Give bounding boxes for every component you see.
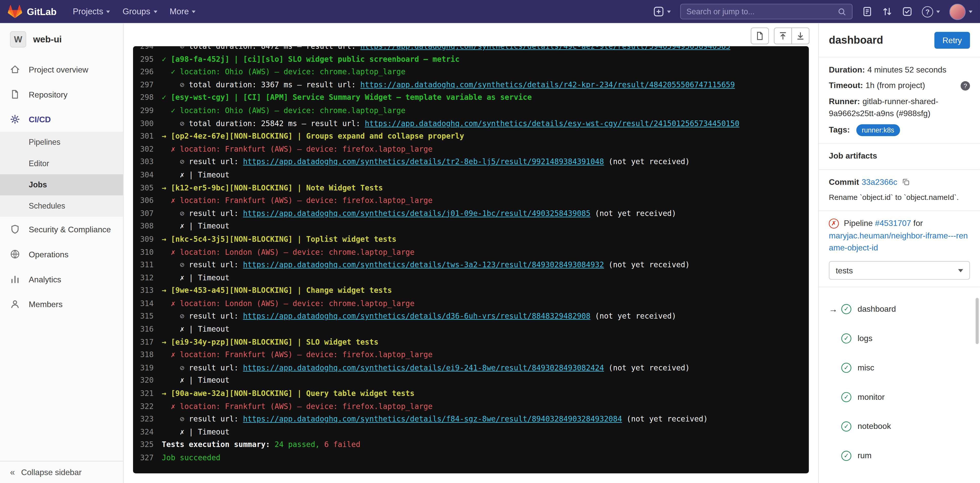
- log-line-number[interactable]: 300: [133, 117, 162, 130]
- show-raw-button[interactable]: [751, 27, 769, 44]
- log-segment: ⊘: [162, 209, 185, 218]
- scrollbar-thumb[interactable]: [976, 298, 979, 344]
- sidebar-item-ci-cd[interactable]: CI/CD: [0, 107, 123, 132]
- collapse-sidebar-button[interactable]: « Collapse sidebar: [0, 461, 123, 483]
- merge-requests-icon[interactable]: [882, 6, 892, 17]
- job-item-notebook[interactable]: ✓notebook: [829, 412, 970, 441]
- sidebar-item-schedules[interactable]: Schedules: [0, 195, 123, 217]
- retry-button[interactable]: Retry: [934, 32, 970, 49]
- log-line-number[interactable]: 294: [133, 46, 162, 53]
- sidebar-item-pipelines[interactable]: Pipelines: [0, 132, 123, 153]
- sidebar-item-label: Members: [29, 299, 63, 309]
- tag-badge[interactable]: runner:k8s: [856, 124, 900, 136]
- log-line-number[interactable]: 312: [133, 272, 162, 284]
- log-line-number[interactable]: 315: [133, 310, 162, 323]
- log-result-url-link[interactable]: https://app.datadoghq.com/synthetics/det…: [243, 312, 590, 321]
- log-segment: ✓ [a98-fa-452j] | [ci][slo] SLO widget p…: [162, 55, 460, 63]
- log-line-number[interactable]: 305: [133, 181, 162, 194]
- pipeline-id-link[interactable]: #4531707: [875, 218, 911, 228]
- job-name: monitor: [858, 392, 885, 402]
- log-result-url-link[interactable]: https://app.datadoghq.com/synthetics/det…: [243, 157, 604, 166]
- log-line-number[interactable]: 296: [133, 66, 162, 78]
- log-result-url-link[interactable]: https://app.datadoghq.com/synthetics/det…: [360, 80, 735, 89]
- log-line-number[interactable]: 307: [133, 207, 162, 220]
- home-icon: [10, 64, 20, 74]
- sidebar-item-operations[interactable]: Operations: [0, 242, 123, 267]
- log-result-url-link[interactable]: https://app.datadoghq.com/synthetics/det…: [243, 261, 604, 269]
- scroll-top-button[interactable]: [774, 27, 792, 44]
- stage-dropdown[interactable]: tests: [829, 261, 970, 280]
- status-success-icon: ✓: [842, 451, 851, 461]
- job-item-logs[interactable]: ✓logs: [829, 323, 970, 353]
- project-header-link[interactable]: W web-ui: [0, 23, 123, 57]
- log-line-number[interactable]: 318: [133, 349, 162, 361]
- log-result-url-link[interactable]: https://app.datadoghq.com/synthetics/det…: [243, 209, 590, 218]
- log-line-number[interactable]: 319: [133, 361, 162, 374]
- nav-menu-more[interactable]: More: [164, 0, 202, 23]
- gitlab-home-link[interactable]: GitLab: [7, 4, 56, 19]
- log-segment: result url:: [185, 363, 243, 372]
- timeout-help-icon[interactable]: ?: [961, 81, 970, 91]
- sidebar-item-security-compliance[interactable]: Security & Compliance: [0, 217, 123, 242]
- job-item-rum[interactable]: ✓rum: [829, 441, 970, 470]
- log-line-text: ⊘ result url: https://app.datadoghq.com/…: [162, 207, 676, 220]
- log-line-number[interactable]: 299: [133, 104, 162, 117]
- sidebar-item-jobs[interactable]: Jobs: [0, 174, 123, 195]
- pipeline-ref-link[interactable]: maryjac.heuman/neighbor-iframe---rename-…: [829, 231, 970, 254]
- log-line-number[interactable]: 301: [133, 130, 162, 143]
- log-segment: ⊘: [162, 119, 185, 128]
- log-line-number[interactable]: 320: [133, 374, 162, 387]
- job-item-dashboard[interactable]: →✓dashboard: [829, 294, 970, 323]
- nav-menu-groups[interactable]: Groups: [116, 0, 164, 23]
- sidebar-item-label: Operations: [29, 249, 69, 259]
- log-line-number[interactable]: 308: [133, 220, 162, 233]
- scroll-bottom-button[interactable]: [791, 27, 810, 44]
- log-line-number[interactable]: 322: [133, 400, 162, 413]
- user-menu-button[interactable]: [949, 3, 973, 20]
- new-menu-button[interactable]: [654, 6, 671, 17]
- log-line-number[interactable]: 314: [133, 297, 162, 310]
- log-line-number[interactable]: 324: [133, 426, 162, 439]
- sidebar-item-analytics[interactable]: Analytics: [0, 267, 123, 292]
- log-line-number[interactable]: 298: [133, 91, 162, 104]
- sidebar-item-editor[interactable]: Editor: [0, 153, 123, 174]
- log-line-number[interactable]: 316: [133, 323, 162, 336]
- todos-icon[interactable]: [902, 6, 913, 17]
- log-result-url-link[interactable]: https://app.datadoghq.com/synthetics/det…: [243, 363, 604, 372]
- log-line: 295✓ [a98-fa-452j] | [ci][slo] SLO widge…: [133, 53, 804, 66]
- log-line-number[interactable]: 303: [133, 156, 162, 168]
- log-line: 323 ⊘ result url: https://app.datadoghq.…: [133, 413, 804, 426]
- log-line-number[interactable]: 327: [133, 451, 162, 464]
- log-line-number[interactable]: 321: [133, 387, 162, 400]
- help-menu-button[interactable]: ?: [922, 6, 940, 17]
- commit-sha-link[interactable]: 33a2366c: [862, 178, 897, 187]
- log-line-number[interactable]: 297: [133, 79, 162, 91]
- log-line-number[interactable]: 310: [133, 246, 162, 259]
- job-item-misc[interactable]: ✓misc: [829, 353, 970, 382]
- log-result-url-link[interactable]: https://app.datadoghq.com/synthetics/det…: [365, 119, 740, 128]
- search-input[interactable]: [686, 7, 834, 16]
- sidebar-item-repository[interactable]: Repository: [0, 82, 123, 107]
- log-line-number[interactable]: 317: [133, 336, 162, 348]
- sidebar-item-project-overview[interactable]: Project overview: [0, 57, 123, 82]
- log-line-number[interactable]: 323: [133, 413, 162, 426]
- log-line-number[interactable]: 304: [133, 168, 162, 181]
- log-line-number[interactable]: 313: [133, 284, 162, 297]
- search-box[interactable]: [680, 4, 853, 19]
- log-segment: result url:: [185, 415, 243, 424]
- sidebar-item-members[interactable]: Members: [0, 292, 123, 316]
- log-line-text: ✗ location: London (AWS) — device: chrom…: [162, 297, 415, 310]
- issues-icon[interactable]: [862, 6, 873, 17]
- log-result-url-link[interactable]: https://app.datadoghq.com/synthetics/det…: [243, 415, 622, 424]
- log-line-number[interactable]: 306: [133, 194, 162, 207]
- log-line-number[interactable]: 302: [133, 143, 162, 156]
- nav-menu-projects[interactable]: Projects: [67, 0, 116, 23]
- log-line-number[interactable]: 311: [133, 259, 162, 272]
- job-item-monitor[interactable]: ✓monitor: [829, 382, 970, 412]
- log-result-url-link[interactable]: https://app.datadoghq.com/synthetics/det…: [360, 46, 730, 51]
- copy-commit-icon[interactable]: [902, 178, 910, 186]
- chevron-down-icon: [667, 10, 671, 13]
- log-line-number[interactable]: 309: [133, 233, 162, 246]
- log-line-number[interactable]: 325: [133, 439, 162, 451]
- log-line-number[interactable]: 295: [133, 53, 162, 66]
